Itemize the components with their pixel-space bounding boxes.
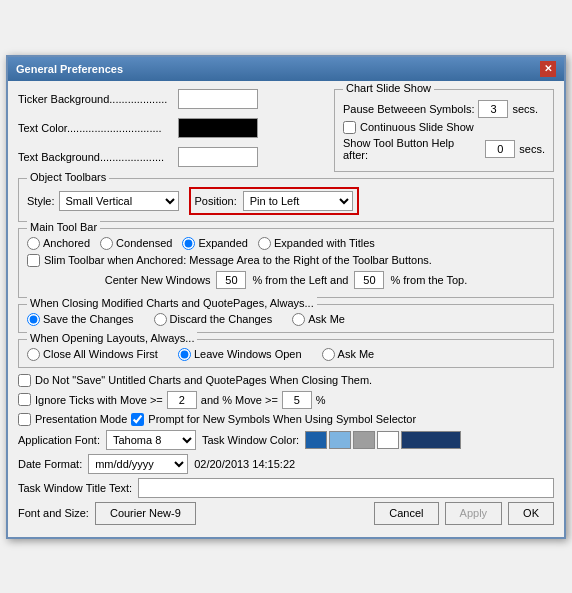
pct-label: % <box>316 394 326 406</box>
expanded-label: Expanded <box>198 237 248 249</box>
continuous-slide-label: Continuous Slide Show <box>360 121 474 133</box>
position-box: Position: Pin to Left Pin to Right Float <box>189 187 359 215</box>
cancel-button[interactable]: Cancel <box>374 502 438 525</box>
leave-open-label: Leave Windows Open <box>194 348 302 360</box>
app-font-label: Application Font: <box>18 434 100 446</box>
chart-slide-show-section: Chart Slide Show Pause Betweeen Symbols:… <box>334 89 554 172</box>
when-closing-section: When Closing Modified Charts and QuotePa… <box>18 304 554 333</box>
date-display: 02/20/2013 14:15:22 <box>194 458 295 470</box>
text-color-label: Text Color..............................… <box>18 122 178 134</box>
ok-button[interactable]: OK <box>508 502 554 525</box>
discard-changes-radio[interactable] <box>154 313 167 326</box>
swatch-white[interactable] <box>377 431 399 449</box>
when-opening-label: When Opening Layouts, Always... <box>27 332 197 344</box>
ask-me-opening-label: Ask Me <box>338 348 375 360</box>
close-all-radio[interactable] <box>27 348 40 361</box>
color-swatches <box>305 431 461 449</box>
main-toolbar-label: Main Tool Bar <box>27 221 100 233</box>
pause-value-input[interactable] <box>478 100 508 118</box>
task-title-label: Task Window Title Text: <box>18 482 132 494</box>
swatch-gray[interactable] <box>353 431 375 449</box>
expanded-titles-label: Expanded with Titles <box>274 237 375 249</box>
task-title-input[interactable] <box>138 478 554 498</box>
ignore-ticks-label: Ignore Ticks with Move >= <box>35 394 163 406</box>
center-left-input[interactable] <box>216 271 246 289</box>
chart-slide-show-label: Chart Slide Show <box>343 82 434 94</box>
prompt-symbols-checkbox[interactable] <box>131 413 144 426</box>
presentation-mode-checkbox[interactable] <box>18 413 31 426</box>
ask-me-closing-label: Ask Me <box>308 313 345 325</box>
from-top-label: % from the Top. <box>390 274 467 286</box>
expanded-titles-radio[interactable] <box>258 237 271 250</box>
condensed-label: Condensed <box>116 237 172 249</box>
pause-between-label: Pause Betweeen Symbols: <box>343 103 474 115</box>
swatch-dark-blue[interactable] <box>305 431 327 449</box>
text-color-input[interactable] <box>178 118 258 138</box>
and-move-value-input[interactable] <box>282 391 312 409</box>
show-tool-label: Show Tool Button Help after: <box>343 137 481 161</box>
ignore-ticks-checkbox[interactable] <box>18 393 31 406</box>
from-left-label: % from the Left and <box>252 274 348 286</box>
slim-toolbar-checkbox[interactable] <box>27 254 40 267</box>
main-toolbar-section: Main Tool Bar Anchored Condensed Expande… <box>18 228 554 298</box>
expanded-radio[interactable] <box>182 237 195 250</box>
no-save-checkbox[interactable] <box>18 374 31 387</box>
show-tool-value-input[interactable] <box>485 140 515 158</box>
ask-me-opening-radio[interactable] <box>322 348 335 361</box>
center-windows-label: Center New Windows <box>105 274 211 286</box>
slim-toolbar-label: Slim Toolbar when Anchored: Message Area… <box>44 254 432 266</box>
app-font-dropdown[interactable]: Tahoma 8 Tahoma 9 Tahoma 10 Arial 8 <box>106 430 196 450</box>
when-opening-section: When Opening Layouts, Always... Close Al… <box>18 339 554 368</box>
anchored-radio[interactable] <box>27 237 40 250</box>
object-toolbars-section: Object Toolbars Style: Small Vertical La… <box>18 178 554 222</box>
date-format-label: Date Format: <box>18 458 82 470</box>
ignore-ticks-value-input[interactable] <box>167 391 197 409</box>
no-save-label: Do Not "Save" Untitled Charts and QuoteP… <box>35 374 372 386</box>
presentation-mode-label: Presentation Mode <box>35 413 127 425</box>
condensed-radio[interactable] <box>100 237 113 250</box>
title-bar: General Preferences ✕ <box>8 57 564 81</box>
task-color-label: Task Window Color: <box>202 434 299 446</box>
anchored-label: Anchored <box>43 237 90 249</box>
continuous-slide-checkbox[interactable] <box>343 121 356 134</box>
style-dropdown[interactable]: Small Vertical Large Vertical Small Hori… <box>59 191 179 211</box>
close-all-label: Close All Windows First <box>43 348 158 360</box>
when-closing-label: When Closing Modified Charts and QuotePa… <box>27 297 317 309</box>
center-top-input[interactable] <box>354 271 384 289</box>
prompt-symbols-label: Prompt for New Symbols When Using Symbol… <box>148 413 416 425</box>
close-button[interactable]: ✕ <box>540 61 556 77</box>
date-format-dropdown[interactable]: mm/dd/yyyy dd/mm/yyyy yyyy/mm/dd <box>88 454 188 474</box>
text-background-input[interactable] <box>178 147 258 167</box>
save-changes-label: Save the Changes <box>43 313 134 325</box>
font-size-label: Font and Size: <box>18 507 89 519</box>
position-label: Position: <box>195 195 237 207</box>
discard-changes-label: Discard the Changes <box>170 313 273 325</box>
text-bg-label: Text Background..................... <box>18 151 178 163</box>
general-preferences-dialog: General Preferences ✕ Ticker Background.… <box>6 55 566 539</box>
show-tool-unit-label: secs. <box>519 143 545 155</box>
ask-me-closing-radio[interactable] <box>292 313 305 326</box>
object-toolbars-label: Object Toolbars <box>27 171 109 183</box>
swatch-navy[interactable] <box>401 431 461 449</box>
pause-secs-label: secs. <box>512 103 538 115</box>
ticker-background-label: Ticker Background................... <box>18 93 178 105</box>
courier-font-button[interactable]: Courier New-9 <box>95 502 196 525</box>
ticker-background-input[interactable] <box>178 89 258 109</box>
leave-open-radio[interactable] <box>178 348 191 361</box>
and-move-label: and % Move >= <box>201 394 278 406</box>
swatch-light-blue[interactable] <box>329 431 351 449</box>
apply-button[interactable]: Apply <box>445 502 503 525</box>
save-changes-radio[interactable] <box>27 313 40 326</box>
style-label: Style: <box>27 195 55 207</box>
dialog-title: General Preferences <box>16 63 123 75</box>
position-dropdown[interactable]: Pin to Left Pin to Right Float <box>243 191 353 211</box>
